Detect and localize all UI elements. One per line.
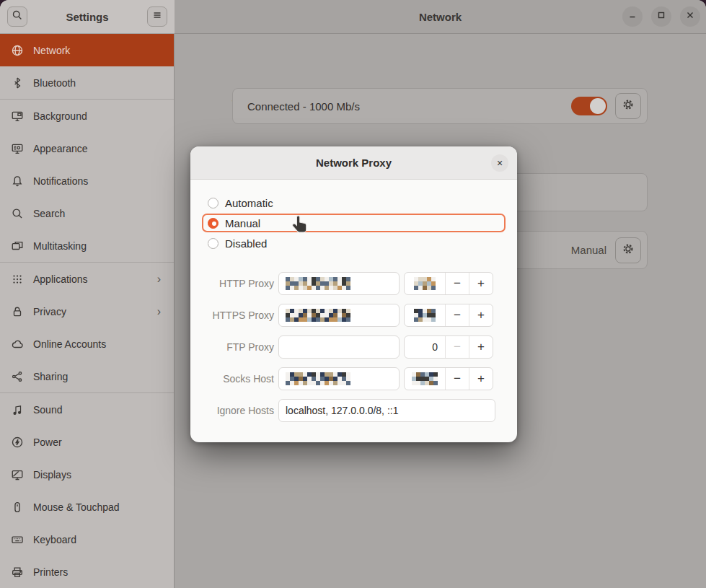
- increment-button[interactable]: +: [469, 368, 493, 390]
- sidebar-item-label: Background: [33, 110, 164, 122]
- http-port-spinner: − +: [404, 272, 493, 295]
- redacted-host-value: [286, 372, 350, 385]
- ftp-port-spinner: 0 − +: [404, 335, 493, 359]
- sidebar-item-label: Network: [33, 45, 164, 56]
- redacted-port-value: [414, 277, 436, 290]
- sidebar-item-label: Online Accounts: [33, 338, 164, 350]
- sidebar-item-label: Multitasking: [33, 240, 164, 252]
- search-icon: [10, 206, 25, 221]
- sidebar-item-label: Keyboard: [33, 534, 164, 545]
- sidebar-item-label: Bluetooth: [33, 77, 164, 89]
- increment-button[interactable]: +: [469, 336, 493, 358]
- sidebar-item-label: Mouse & Touchpad: [33, 501, 164, 513]
- decrement-button-disabled: −: [445, 336, 469, 358]
- wired-settings-button[interactable]: [615, 93, 641, 119]
- minimize-button[interactable]: [622, 6, 643, 27]
- socks-port-spinner: − +: [404, 367, 493, 390]
- minimize-icon: [627, 10, 637, 23]
- sidebar-item-label: Displays: [33, 469, 164, 481]
- increment-button[interactable]: +: [469, 304, 493, 326]
- dialog-header: Network Proxy ×: [190, 146, 517, 180]
- increment-button[interactable]: +: [469, 273, 493, 294]
- socks-host-label: Socks Host: [202, 373, 274, 385]
- sidebar-item-keyboard[interactable]: Keyboard ›: [0, 523, 174, 556]
- wired-status-text: Connected - 1000 Mb/s: [247, 100, 571, 113]
- sidebar-item-applications[interactable]: Applications ›: [0, 263, 174, 295]
- sidebar-item-label: Sharing: [33, 371, 164, 382]
- sidebar-item-label: Printers: [33, 566, 164, 578]
- applications-icon: [10, 272, 25, 286]
- ignore-hosts-row: Ignore Hosts localhost, 127.0.0.0/8, ::1: [202, 399, 506, 422]
- sidebar-item-notifications[interactable]: Notifications ›: [0, 164, 174, 197]
- sidebar-item-online-accounts[interactable]: Online Accounts ›: [0, 328, 174, 360]
- proxy-mode-radios: Automatic Manual Disabled: [202, 193, 506, 253]
- sidebar-item-sharing[interactable]: Sharing ›: [0, 360, 174, 392]
- left-title: Settings: [66, 11, 108, 23]
- ftp-proxy-label: FTP Proxy: [202, 341, 274, 353]
- http-proxy-input[interactable]: [278, 272, 400, 295]
- sidebar-item-label: Sound: [33, 404, 164, 416]
- http-port-value[interactable]: [405, 273, 445, 294]
- ignore-hosts-input[interactable]: localhost, 127.0.0.0/8, ::1: [278, 399, 495, 422]
- radio-icon[interactable]: [208, 198, 219, 209]
- radio-row-automatic[interactable]: Automatic: [202, 193, 506, 212]
- ftp-proxy-input[interactable]: [278, 335, 400, 359]
- menu-button[interactable]: [147, 6, 167, 27]
- search-button[interactable]: [7, 6, 27, 27]
- sidebar-item-appearance[interactable]: Appearance ›: [0, 132, 174, 164]
- close-icon: ×: [497, 158, 503, 168]
- sidebar-item-bluetooth[interactable]: Bluetooth ›: [0, 66, 174, 99]
- ftp-port-value[interactable]: 0: [405, 336, 445, 358]
- sharing-icon: [10, 369, 25, 384]
- sidebar-item-label: Privacy: [33, 306, 149, 317]
- maximize-button[interactable]: [651, 6, 671, 27]
- ftp-proxy-row: FTP Proxy 0 − +: [202, 335, 506, 359]
- https-proxy-row: HTTPS Proxy − +: [202, 304, 506, 327]
- sidebar-item-printers[interactable]: Printers ›: [0, 556, 174, 588]
- displays-icon: [10, 468, 25, 482]
- keyboard-icon: [10, 532, 25, 547]
- redacted-port-value: [414, 309, 436, 322]
- proxy-settings-button[interactable]: [615, 237, 641, 263]
- proxy-mode-value: Manual: [571, 244, 606, 256]
- sidebar-item-privacy[interactable]: Privacy ›: [0, 295, 174, 328]
- ignore-hosts-label: Ignore Hosts: [202, 405, 274, 416]
- gear-icon: [621, 97, 635, 115]
- sidebar: Network › Bluetooth › Background › Appea…: [0, 34, 175, 588]
- dialog-body: Automatic Manual Disabled HTTP Proxy: [190, 180, 517, 422]
- sidebar-item-label: Power: [33, 436, 164, 448]
- sidebar-item-multitasking[interactable]: Multitasking ›: [0, 229, 174, 262]
- https-proxy-input[interactable]: [278, 304, 400, 327]
- decrement-button[interactable]: −: [445, 368, 469, 390]
- radio-row-disabled[interactable]: Disabled: [202, 234, 506, 253]
- sidebar-item-mouse-touchpad[interactable]: Mouse & Touchpad ›: [0, 491, 174, 523]
- sidebar-item-power[interactable]: Power ›: [0, 426, 174, 458]
- dialog-title: Network Proxy: [316, 157, 392, 169]
- radio-checked-icon[interactable]: [208, 218, 219, 229]
- sidebar-item-background[interactable]: Background ›: [0, 100, 174, 132]
- bluetooth-icon: [10, 76, 25, 90]
- hamburger-icon: [151, 9, 163, 24]
- wired-toggle[interactable]: [571, 97, 607, 115]
- sidebar-item-search[interactable]: Search ›: [0, 197, 174, 229]
- radio-label: Disabled: [225, 237, 267, 250]
- sidebar-item-sound[interactable]: Sound ›: [0, 393, 174, 426]
- radio-row-manual[interactable]: Manual: [202, 214, 506, 232]
- radio-icon[interactable]: [208, 238, 219, 249]
- socks-host-input[interactable]: [278, 367, 400, 390]
- https-port-value[interactable]: [405, 304, 445, 326]
- chevron-right-icon: ›: [157, 273, 164, 286]
- sidebar-item-network[interactable]: Network ›: [0, 34, 174, 66]
- proxy-form: HTTP Proxy − + HTTPS Proxy − +: [202, 272, 506, 422]
- decrement-button[interactable]: −: [445, 273, 469, 294]
- decrement-button[interactable]: −: [445, 304, 469, 326]
- settings-window: Settings Network Network ›: [0, 0, 706, 588]
- close-window-button[interactable]: [680, 6, 700, 27]
- sidebar-item-displays[interactable]: Displays ›: [0, 458, 174, 491]
- wired-connection-card[interactable]: Connected - 1000 Mb/s: [232, 88, 648, 124]
- radio-label: Automatic: [225, 197, 273, 209]
- maximize-icon: [656, 10, 666, 23]
- dialog-close-button[interactable]: ×: [491, 154, 508, 172]
- socks-port-value[interactable]: [405, 368, 445, 390]
- http-proxy-row: HTTP Proxy − +: [202, 272, 506, 295]
